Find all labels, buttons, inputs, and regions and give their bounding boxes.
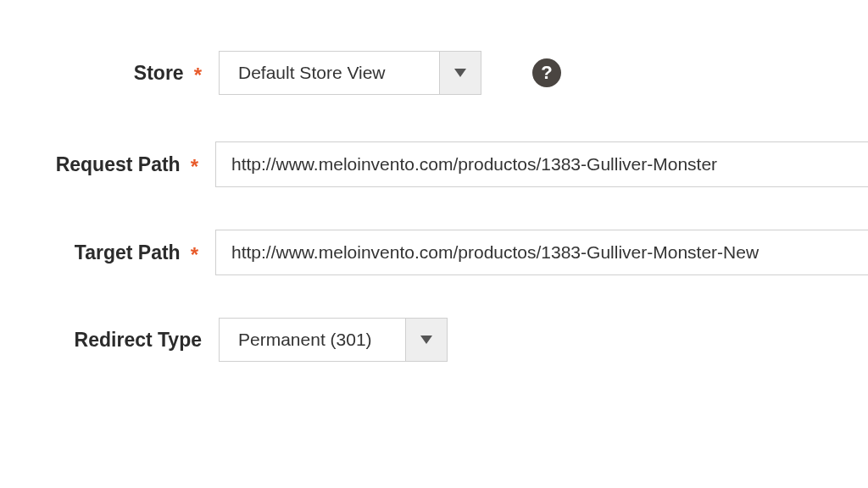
field-cell-store: Default Store View ? bbox=[219, 51, 868, 95]
store-select-value: Default Store View bbox=[219, 51, 439, 95]
target-path-input[interactable] bbox=[215, 230, 868, 275]
svg-marker-1 bbox=[420, 336, 432, 344]
svg-marker-0 bbox=[454, 69, 466, 77]
field-cell-target-path bbox=[215, 230, 868, 275]
row-request-path: Request Path * bbox=[0, 141, 868, 187]
redirect-type-label: Redirect Type bbox=[75, 329, 202, 352]
store-select[interactable]: Default Store View bbox=[219, 51, 481, 95]
help-icon[interactable]: ? bbox=[532, 58, 561, 87]
store-label: Store bbox=[134, 62, 184, 85]
field-cell-request-path bbox=[215, 141, 868, 187]
label-cell-request-path: Request Path * bbox=[0, 152, 215, 176]
chevron-down-icon bbox=[420, 336, 432, 344]
redirect-type-select-value: Permanent (301) bbox=[219, 318, 405, 362]
row-store: Store * Default Store View ? bbox=[0, 51, 868, 95]
request-path-input[interactable] bbox=[215, 141, 868, 187]
redirect-type-select[interactable]: Permanent (301) bbox=[219, 318, 448, 362]
redirect-type-select-toggle[interactable] bbox=[405, 318, 448, 362]
redirect-form: Store * Default Store View ? Request Pat… bbox=[0, 0, 868, 362]
target-path-label: Target Path bbox=[75, 241, 181, 264]
question-mark-icon: ? bbox=[541, 62, 552, 84]
request-path-label: Request Path bbox=[56, 153, 181, 176]
chevron-down-icon bbox=[454, 69, 466, 77]
field-cell-redirect-type: Permanent (301) bbox=[219, 318, 868, 362]
row-redirect-type: Redirect Type Permanent (301) bbox=[0, 318, 868, 362]
required-indicator: * bbox=[191, 243, 198, 267]
label-cell-redirect-type: Redirect Type bbox=[0, 329, 219, 352]
store-select-toggle[interactable] bbox=[439, 51, 481, 95]
required-indicator: * bbox=[191, 155, 198, 179]
row-target-path: Target Path * bbox=[0, 230, 868, 275]
label-cell-target-path: Target Path * bbox=[0, 241, 215, 264]
label-cell-store: Store * bbox=[0, 61, 219, 85]
required-indicator: * bbox=[194, 64, 202, 87]
